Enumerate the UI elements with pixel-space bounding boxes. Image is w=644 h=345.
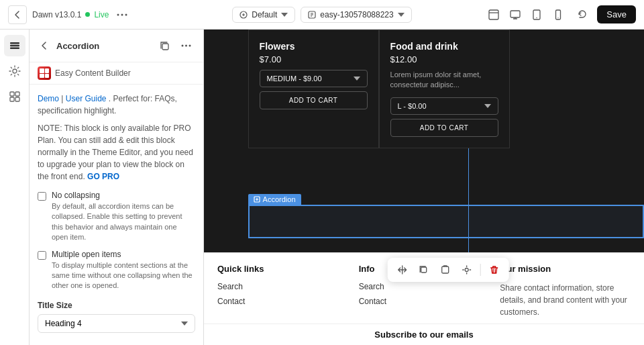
panel-description: Demo | User Guide . Perfect for: FAQs, s… [38,93,195,117]
sidebar-icon-layers[interactable] [4,35,25,56]
file-label: easy-130578088223 [320,10,393,19]
toolbar-divider [480,264,481,276]
svg-rect-11 [10,42,19,44]
add-to-cart-0[interactable]: ADD TO CART [260,91,368,109]
sidebar-icon-blocks[interactable] [4,86,25,107]
svg-rect-24 [421,267,427,273]
svg-rect-25 [442,266,449,273]
default-label: Default [252,10,277,19]
svg-rect-17 [10,97,14,101]
panel-back-button[interactable] [38,39,51,52]
toolbar-copy-btn[interactable] [415,260,433,279]
no-collapsing-label: No collapsing [52,191,195,200]
title-size-label: Title Size [38,301,195,310]
desktop-icon[interactable] [506,5,525,24]
undo-button[interactable] [573,5,592,24]
store-preview: Flowers $7.00 MEDIUM - $9.00 ADD TO CART… [204,30,644,345]
toolbar-settings-btn[interactable] [458,260,476,279]
topbar-right: Save [431,5,636,24]
no-collapsing-checkbox[interactable] [38,192,46,201]
mission-text: Share contact information, store details… [500,282,631,318]
quick-link-search[interactable]: Search [217,282,348,291]
panel-copy-icon[interactable] [155,36,174,55]
accordion-content [248,205,644,238]
svg-rect-18 [15,97,19,101]
product-card-0: Flowers $7.00 MEDIUM - $9.00 ADD TO CART [248,30,379,148]
product-name-0: Flowers [260,41,368,52]
svg-rect-5 [489,10,498,19]
quick-link-contact[interactable]: Contact [217,297,348,306]
panel-header-icons [155,36,195,55]
subscribe-label: Subscribe to our emails [204,324,644,345]
product-name-1: Food and drink [390,41,498,52]
accordion-block[interactable]: Accordion [248,194,644,238]
customize-icon[interactable] [484,5,503,24]
app-icon [38,66,51,80]
svg-point-1 [121,13,123,15]
product-desc-1: Lorem ipsum dolor sit amet, consectetur … [390,70,498,91]
svg-rect-12 [10,45,19,47]
toolbar-paste-btn[interactable] [436,260,455,279]
panel-desc-text: . Perfect for: FAQs, specification highl… [38,94,177,115]
canvas: Flowers $7.00 MEDIUM - $9.00 ADD TO CART… [204,30,644,345]
svg-point-0 [117,13,119,15]
svg-point-26 [465,268,468,272]
sidebar-icon-settings[interactable] [4,60,25,82]
svg-point-2 [125,13,127,15]
demo-link[interactable]: Demo [38,94,59,103]
footer-quick-links: Quick links Search Contact [212,264,354,318]
save-button[interactable]: Save [597,5,636,23]
version-label: Dawn v13.0.1 [32,10,81,19]
panel-title: Accordion [56,41,150,51]
multiple-open-label: Multiple open items [52,250,195,259]
toolbar-move-btn[interactable] [393,260,412,279]
live-dot [85,12,90,17]
product-card-1: Food and drink $12.00 Lorem ipsum dolor … [379,30,510,148]
tablet-icon[interactable] [527,5,546,24]
panel-note: NOTE: This block is only available for P… [38,122,195,183]
variant-select-1[interactable]: L - $0.00 [390,97,498,115]
mobile-icon[interactable] [549,5,568,24]
default-dropdown[interactable]: Default [232,7,295,23]
multiple-open-desc: To display multiple content sections at … [52,260,195,291]
panel-more-icon[interactable] [176,36,195,55]
multiple-open-row: Multiple open items To display multiple … [38,250,195,291]
svg-rect-19 [162,44,168,50]
more-button[interactable] [114,7,130,23]
svg-rect-16 [15,92,19,96]
view-icons [484,5,568,24]
multiple-open-checkbox[interactable] [38,251,46,260]
svg-rect-13 [10,48,19,50]
app-badge: Easy Content Builder [30,62,203,85]
info-link-contact[interactable]: Contact [359,297,490,306]
go-pro-link[interactable]: GO PRO [87,172,119,181]
back-button[interactable] [8,5,27,24]
svg-point-10 [558,17,559,17]
products-row: Flowers $7.00 MEDIUM - $9.00 ADD TO CART… [248,30,644,148]
quick-links-heading: Quick links [217,264,348,274]
svg-point-20 [181,45,183,47]
sidebar-icons [0,30,30,345]
panel-body: Demo | User Guide . Perfect for: FAQs, s… [30,85,203,341]
no-collapsing-row: No collapsing By default, all accordion … [38,191,195,243]
svg-rect-15 [10,92,14,96]
variant-select-0[interactable]: MEDIUM - $9.00 [260,70,368,87]
main-layout: Accordion Easy Content Builder Demo | [0,30,644,345]
svg-point-8 [537,17,537,17]
svg-point-14 [13,69,17,73]
toolbar-delete-btn[interactable] [485,260,504,279]
svg-point-21 [185,45,187,47]
file-dropdown[interactable]: easy-130578088223 [301,7,411,23]
topbar-left: Dawn v13.0.1 Live [8,5,213,24]
left-panel: Accordion Easy Content Builder Demo | [30,30,204,345]
info-link-search[interactable]: Search [359,282,490,291]
no-collapsing-desc: By default, all accordion items can be c… [52,201,195,243]
live-label: Live [94,10,109,19]
user-guide-link[interactable]: User Guide [66,94,107,103]
topbar: Dawn v13.0.1 Live Default easy-130578088… [0,0,644,30]
panel-header: Accordion [30,30,203,62]
svg-rect-6 [511,11,520,17]
app-name: Easy Content Builder [55,68,131,78]
title-size-select[interactable]: Heading 4 Heading 1Heading 2Heading 3 He… [38,314,195,333]
add-to-cart-1[interactable]: ADD TO CART [390,119,498,137]
